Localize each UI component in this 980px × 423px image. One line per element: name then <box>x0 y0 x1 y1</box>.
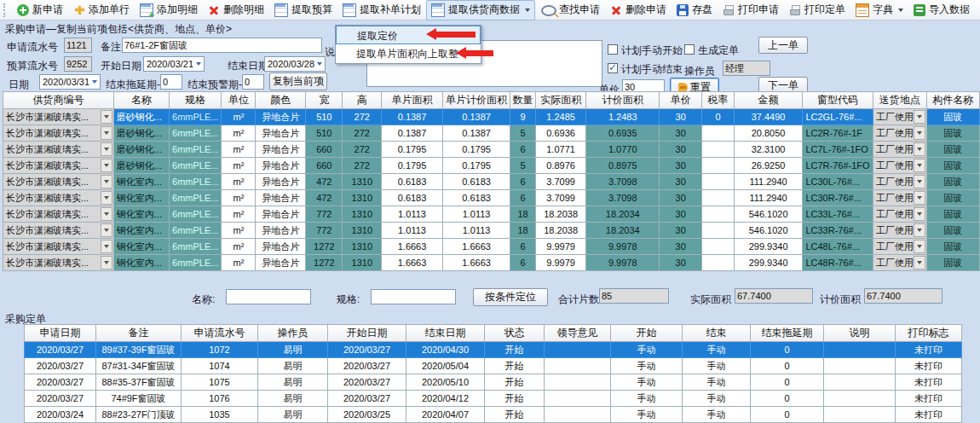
copy-current-button[interactable]: 复制当前项 <box>269 72 327 90</box>
order-cell-note[interactable] <box>824 407 896 423</box>
order-cell-remark[interactable]: 88#35-37F窗固玻 <box>96 374 182 391</box>
detail-cell-unit[interactable]: m² <box>222 239 256 255</box>
locate-by-condition-button[interactable]: 按条件定位 <box>473 288 548 306</box>
order-cell-remark[interactable]: 87#31-34F窗固玻 <box>96 358 182 374</box>
order-cell-operator[interactable]: 易明 <box>258 391 328 407</box>
detail-cell-name[interactable]: 钢化室内... <box>113 174 169 190</box>
order-cell-status[interactable]: 开始 <box>485 342 545 358</box>
order-cell-apply_no[interactable]: 1074 <box>182 358 258 374</box>
order-cell-note[interactable] <box>824 374 896 391</box>
detail-cell-name[interactable]: 钢化室内... <box>113 255 169 271</box>
order-cell-start_date[interactable]: 2020/03/27 <box>328 342 406 358</box>
detail-cell-unit[interactable]: m² <box>222 109 256 125</box>
order-cell-end[interactable]: 手动 <box>683 342 751 358</box>
order-cell-start[interactable]: 手动 <box>611 407 683 423</box>
detail-cell-actual_area[interactable]: 0.6936 <box>535 125 586 142</box>
detail-cell-unit_price[interactable]: 30 <box>660 125 702 142</box>
detail-cell-color[interactable]: 异地合片 <box>256 223 306 239</box>
detail-cell-delivery[interactable]: 工厂使用 <box>873 255 926 271</box>
detail-cell-tax[interactable] <box>702 125 734 142</box>
detail-cell-tax[interactable] <box>702 158 734 174</box>
detail-cell-name[interactable]: 钢化室内... <box>113 206 169 223</box>
detail-cell-spec[interactable]: 6mmPLE... <box>170 142 222 158</box>
detail-cell-unit_price[interactable]: 30 <box>660 206 702 223</box>
order-row[interactable]: 2020/03/2488#23-27F门顶玻1035易明2020/03/2520… <box>25 407 962 423</box>
detail-cell-delivery[interactable]: 工厂使用 <box>873 206 926 223</box>
detail-cell-name[interactable]: 钢化室内... <box>113 190 169 206</box>
detail-cell-unit_price[interactable]: 30 <box>660 142 702 158</box>
detail-cell-qty[interactable]: 6 <box>510 255 536 271</box>
detail-cell-unit_price[interactable]: 30 <box>660 255 702 271</box>
detail-cell-piece_area[interactable]: 1.6663 <box>382 255 443 271</box>
detail-cell-supplier[interactable]: 长沙市潇湘玻璃实... <box>3 125 114 142</box>
order-cell-apply_date[interactable]: 2020/03/27 <box>25 342 96 358</box>
dropdown-arrow-icon[interactable] <box>101 175 112 188</box>
detail-cell-piece_area[interactable]: 0.1387 <box>382 125 443 142</box>
detail-row[interactable]: 长沙市潇湘玻璃实...钢化室内...6mmPLE...m²异地合片1272131… <box>3 239 980 255</box>
detail-cell-actual_area[interactable]: 9.9979 <box>535 239 586 255</box>
detail-cell-piece_price_area[interactable]: 0.1387 <box>442 109 510 125</box>
detail-cell-unit_price[interactable]: 30 <box>660 174 702 190</box>
detail-cell-amount[interactable]: 111.2940 <box>734 190 803 206</box>
detail-cell-price_area[interactable]: 9.9978 <box>586 255 660 271</box>
detail-cell-color[interactable]: 异地合片 <box>256 190 306 206</box>
detail-cell-window_code[interactable]: LC48L-76#... <box>803 239 873 255</box>
order-cell-status[interactable]: 开始 <box>485 358 545 374</box>
detail-cell-qty[interactable]: 6 <box>510 142 536 158</box>
toolbar-button[interactable]: 删除申请 <box>605 0 672 20</box>
detail-cell-color[interactable]: 异地合片 <box>256 206 306 223</box>
detail-cell-delivery[interactable]: 工厂使用 <box>873 223 926 239</box>
detail-cell-tax[interactable] <box>702 142 734 158</box>
detail-cell-piece_price_area[interactable]: 1.0113 <box>442 206 510 223</box>
detail-cell-width[interactable]: 1272 <box>306 239 343 255</box>
detail-cell-window_code[interactable]: LC33R-76#... <box>803 223 873 239</box>
detail-cell-amount[interactable]: 299.9340 <box>734 239 803 255</box>
detail-cell-part[interactable]: 固玻 <box>926 109 979 125</box>
detail-cell-delivery[interactable]: 工厂使用 <box>873 158 926 174</box>
detail-row[interactable]: 长沙市潇湘玻璃实...钢化室内...6mmPLE...m²异地合片7721310… <box>3 223 980 239</box>
detail-cell-spec[interactable]: 6mmPLE... <box>170 223 222 239</box>
end-date-input[interactable]: 2020/03/28 <box>264 56 326 72</box>
toolbar-button[interactable]: 打印定单 <box>784 0 850 20</box>
detail-cell-spec[interactable]: 6mmPLE... <box>170 174 222 190</box>
detail-cell-piece_area[interactable]: 0.6183 <box>382 174 443 190</box>
detail-cell-spec[interactable]: 6mmPLE... <box>170 158 222 174</box>
order-cell-end_delay[interactable]: 0 <box>751 407 824 423</box>
end-warn-input[interactable] <box>242 74 264 90</box>
detail-cell-name[interactable]: 磨砂钢化... <box>113 125 169 142</box>
detail-cell-piece_area[interactable]: 1.0113 <box>382 206 443 223</box>
detail-cell-unit[interactable]: m² <box>222 190 256 206</box>
toolbar-button[interactable]: 打印申请 <box>718 0 784 20</box>
detail-cell-height[interactable]: 1310 <box>343 255 382 271</box>
detail-cell-color[interactable]: 异地合片 <box>256 239 306 255</box>
detail-cell-supplier[interactable]: 长沙市潇湘玻璃实... <box>3 109 114 125</box>
detail-cell-piece_price_area[interactable]: 1.6663 <box>442 255 510 271</box>
apply-no-input[interactable] <box>64 38 92 53</box>
filter-spec-input[interactable] <box>371 289 456 304</box>
detail-cell-window_code[interactable]: LC48R-76#... <box>803 255 873 271</box>
order-cell-status[interactable]: 开始 <box>485 391 545 407</box>
detail-cell-unit[interactable]: m² <box>222 158 256 174</box>
order-cell-end[interactable]: 手动 <box>683 407 751 423</box>
toolbar-button[interactable]: 字典 <box>850 0 908 20</box>
detail-cell-actual_area[interactable]: 3.7099 <box>535 190 586 206</box>
detail-cell-qty[interactable]: 18 <box>510 223 536 239</box>
dropdown-arrow-icon[interactable] <box>914 142 925 156</box>
order-cell-start_date[interactable]: 2020/03/27 <box>328 391 406 407</box>
order-cell-end_delay[interactable]: 0 <box>751 391 824 407</box>
order-cell-apply_no[interactable]: 1076 <box>182 391 258 407</box>
detail-cell-unit_price[interactable]: 30 <box>660 239 702 255</box>
detail-cell-window_code[interactable]: LC30L-76#... <box>803 174 873 190</box>
detail-cell-height[interactable]: 1310 <box>343 239 382 255</box>
order-cell-apply_date[interactable]: 2020/03/27 <box>25 374 96 391</box>
detail-cell-actual_area[interactable]: 1.0771 <box>535 142 586 158</box>
order-cell-apply_no[interactable]: 1035 <box>182 407 258 423</box>
order-cell-remark[interactable]: 74#9F窗固玻 <box>96 391 182 407</box>
detail-cell-piece_price_area[interactable]: 0.6183 <box>442 174 510 190</box>
dropdown-arrow-icon[interactable] <box>101 256 112 269</box>
order-cell-print_flag[interactable]: 未打印 <box>896 342 962 358</box>
order-cell-end_delay[interactable]: 0 <box>751 342 824 358</box>
detail-cell-window_code[interactable]: LC2R-76#-1F <box>803 125 873 142</box>
detail-cell-tax[interactable] <box>702 174 734 190</box>
detail-cell-delivery[interactable]: 工厂使用 <box>873 239 926 255</box>
